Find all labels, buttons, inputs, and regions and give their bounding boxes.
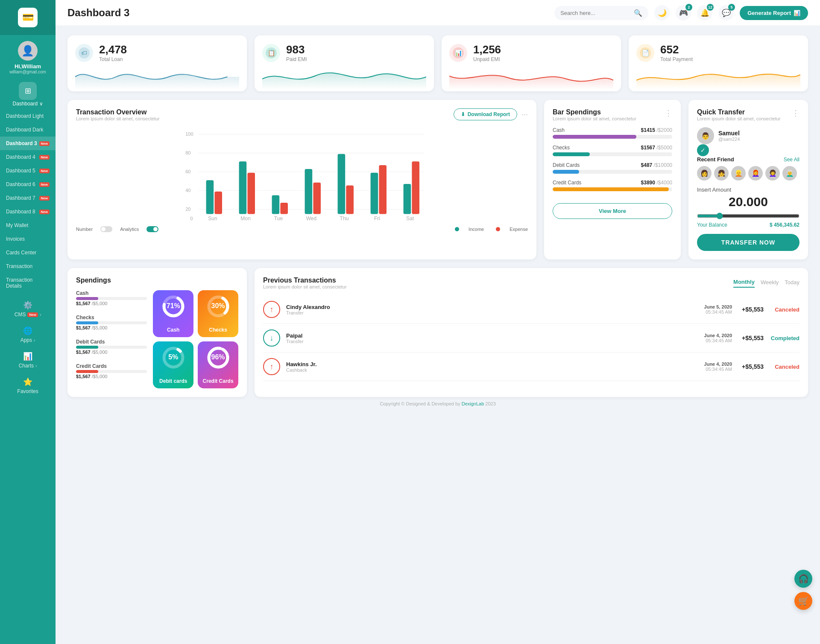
download-report-label: Download Report: [468, 111, 510, 117]
sidebar-item-dashboard5[interactable]: Dashboard 5 New: [0, 164, 56, 178]
check-icon[interactable]: ✓: [697, 144, 709, 156]
sidebar-item-dashboard4[interactable]: Dashboard 4 New: [0, 150, 56, 164]
sidebar-item-label: Dashboard 6: [6, 181, 35, 187]
donut-debit: 5% Debit cards: [153, 341, 193, 388]
unpaid-emi-label: Unpaid EMI: [473, 56, 501, 62]
sidebar-item-transaction[interactable]: Transaction: [0, 259, 56, 273]
sidebar-section-favorites[interactable]: ⭐ Favorites: [0, 373, 56, 399]
sidebar-item-dashboard8[interactable]: Dashboard 8 New: [0, 205, 56, 219]
friend-avatar-4[interactable]: 👩‍🦰: [748, 166, 763, 181]
svg-text:0: 0: [190, 216, 193, 221]
transfer-now-button[interactable]: TRANSFER NOW: [697, 234, 800, 251]
spend-checks-total: /$5000: [655, 145, 672, 151]
sidebar-item-cards[interactable]: Cards Center: [0, 246, 56, 259]
bar-spendings-more-icon[interactable]: ⋮: [665, 108, 672, 118]
see-more-link[interactable]: See All: [784, 157, 800, 163]
analytics-legend-label: Analytics: [120, 227, 139, 232]
search-input[interactable]: [560, 10, 630, 16]
mid-row: Transaction Overview Lorem ipsum dolor s…: [67, 100, 808, 259]
total-loan-value: 2,478: [99, 43, 127, 56]
income-legend-label: Income: [469, 227, 484, 232]
dashboard-label[interactable]: Dashboard ∨: [12, 101, 43, 107]
spend-list-cash-label: Cash: [76, 290, 147, 296]
balance-label: Your Balance: [697, 222, 727, 228]
dashboard-icon[interactable]: ⊞: [19, 82, 37, 100]
sidebar-section-cms[interactable]: ⚙️ CMS New ›: [0, 296, 56, 322]
cms-badge: New: [27, 312, 38, 317]
search-icon: 🔍: [634, 9, 642, 17]
spend-credit-label: Credit Cards: [553, 180, 581, 186]
svg-text:Mon: Mon: [240, 216, 251, 221]
spend-credit-total: /$4000: [655, 180, 672, 186]
income-legend-dot: [455, 227, 459, 231]
recent-friend-label: Recent Friend: [697, 156, 734, 163]
tab-today[interactable]: Today: [785, 279, 800, 287]
gamepad-button[interactable]: 🎮 2: [676, 5, 691, 20]
trans-date-paipal: June 4, 2020: [704, 333, 732, 338]
spend-credit-amount: $3890: [641, 180, 655, 186]
chat-button[interactable]: 💬 5: [718, 5, 734, 20]
trans-row-paipal: ↓ Paipal Transfer June 4, 2020 05:34:45 …: [263, 324, 800, 353]
headset-fab[interactable]: 🎧: [794, 570, 812, 588]
amount-slider[interactable]: [697, 213, 800, 219]
recent-friend-header: Recent Friend See All: [697, 156, 800, 163]
qt-avatar: 👨: [697, 127, 714, 144]
bell-button[interactable]: 🔔 12: [697, 5, 712, 20]
new-badge: New: [39, 210, 50, 214]
bar-spendings-subtitle: Lorem ipsum dolor sit amet, consectetur: [553, 116, 636, 121]
friend-avatar-2[interactable]: 👧: [714, 166, 729, 181]
chat-badge: 5: [728, 4, 735, 11]
quick-transfer-more-icon[interactable]: ⋮: [792, 108, 800, 118]
svg-text:🏷: 🏷: [81, 50, 87, 56]
sidebar-section-apps[interactable]: 🌐 Apps ›: [0, 322, 56, 347]
tab-weekly[interactable]: Weekly: [761, 279, 779, 287]
cart-fab[interactable]: 🛒: [794, 592, 812, 610]
svg-rect-29: [247, 173, 255, 214]
download-report-button[interactable]: ⬇ Download Report: [454, 108, 517, 120]
sidebar-item-transaction-details[interactable]: Transaction Details: [0, 273, 56, 293]
fab-container: 🎧 🛒: [794, 570, 812, 610]
search-box[interactable]: 🔍: [554, 6, 648, 20]
friend-avatar-3[interactable]: 👱: [731, 166, 746, 181]
sidebar-item-wallet[interactable]: My Wallet: [0, 219, 56, 232]
trans-time-cindy: 05:34:45 AM: [704, 309, 732, 315]
sidebar-item-dashboard6[interactable]: Dashboard 6 New: [0, 178, 56, 191]
friend-avatar-6[interactable]: 👨‍🦳: [782, 166, 797, 181]
svg-rect-33: [313, 183, 321, 214]
spend-list-debit-bar: [76, 346, 98, 349]
trans-amount-hawkins: +$5,553: [738, 363, 764, 370]
spend-list-checks-vals: $1,567 /$5,000: [76, 325, 147, 330]
topbar: Dashboard 3 🔍 🌙 🎮 2 🔔 12 💬 5 Gen: [56, 0, 820, 26]
friend-avatar-5[interactable]: 👩‍🦱: [765, 166, 780, 181]
expense-legend-dot: [496, 227, 500, 231]
trans-time-hawkins: 05:34:45 AM: [704, 367, 732, 372]
spend-list-debit-vals: $1,567 /$5,000: [76, 350, 147, 355]
generate-report-button[interactable]: Generate Report 📊: [740, 6, 808, 20]
view-more-button[interactable]: View More: [553, 203, 672, 219]
sidebar-item-dashboard7[interactable]: Dashboard 7 New: [0, 191, 56, 205]
sidebar-item-invoices[interactable]: Invoices: [0, 232, 56, 246]
charts-label: Charts: [19, 363, 34, 369]
spend-list-debit: Debit Cards $1,567 /$5,000: [76, 339, 147, 355]
sidebar-item-dashboard-light[interactable]: Dashboard Light: [0, 109, 56, 123]
sidebar-item-label: Dashboard Dark: [6, 127, 43, 133]
sidebar-item-dashboard3[interactable]: Dashboard 3 New: [0, 137, 56, 150]
transaction-overview-title: Transaction Overview: [76, 108, 160, 116]
footer-brand-link[interactable]: DexignLab: [462, 401, 484, 406]
sidebar-section-charts[interactable]: 📊 Charts ›: [0, 347, 56, 373]
sidebar-item-dashboard-dark[interactable]: Dashboard Dark: [0, 123, 56, 137]
tab-monthly[interactable]: Monthly: [733, 279, 755, 288]
spend-checks-bar: [553, 152, 590, 156]
moon-button[interactable]: 🌙: [654, 5, 670, 20]
prev-trans-tabs: Monthly Weekly Today: [733, 279, 800, 288]
download-icon: ⬇: [461, 111, 465, 117]
bottom-row: Spendings Cash $1,567 /$5,000 Checks $1,…: [67, 268, 808, 397]
footer-year: 2023: [485, 401, 495, 406]
number-toggle[interactable]: [100, 226, 112, 232]
more-options-icon[interactable]: ···: [521, 110, 528, 119]
analytics-toggle[interactable]: [146, 226, 158, 232]
number-legend-label: Number: [76, 227, 93, 232]
main-area: Dashboard 3 🔍 🌙 🎮 2 🔔 12 💬 5 Gen: [56, 0, 820, 644]
friend-avatar-1[interactable]: 👩: [697, 166, 712, 181]
sidebar-user: 👤 Hi,William william@gmail.com: [9, 35, 46, 79]
